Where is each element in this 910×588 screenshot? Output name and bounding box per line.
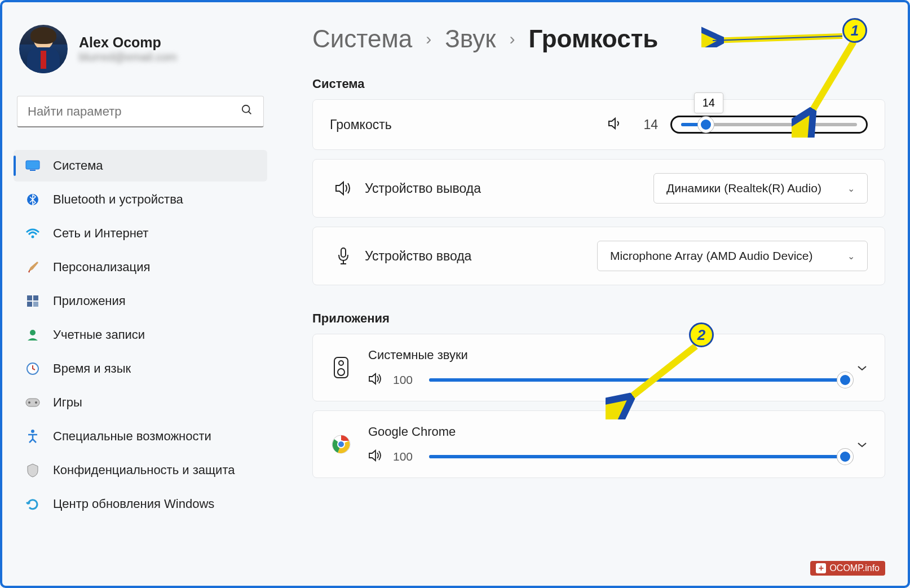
nav-item-accounts[interactable]: Учетные записи <box>14 319 267 351</box>
volume-value: 14 <box>635 117 658 132</box>
nav-item-network[interactable]: Сеть и Интернет <box>14 218 267 249</box>
annotation-badge-1: 1 <box>842 18 867 43</box>
svg-point-24 <box>338 441 344 447</box>
nav-item-games[interactable]: Игры <box>14 387 267 418</box>
app-card-system-sounds: Системные звуки 100 <box>312 334 885 401</box>
watermark: + OCOMP.info <box>810 561 885 576</box>
output-device-value: Динамики (Realtek(R) Audio) <box>666 182 821 195</box>
chevron-right-icon: › <box>509 29 515 48</box>
chevron-right-icon: › <box>426 29 431 48</box>
svg-point-21 <box>338 369 344 375</box>
app-volume-value: 100 <box>393 373 419 387</box>
svg-rect-8 <box>27 302 32 307</box>
nav-label: Приложения <box>53 294 126 308</box>
profile-email: blurred@email.com <box>79 51 177 64</box>
nav-label: Система <box>53 158 103 173</box>
section-title-apps: Приложения <box>312 311 885 326</box>
nav-item-update[interactable]: Центр обновления Windows <box>14 488 267 520</box>
brush-icon <box>25 259 41 275</box>
svg-rect-7 <box>33 295 38 300</box>
section-title-system: Система <box>312 77 885 91</box>
svg-point-15 <box>31 430 34 433</box>
bluetooth-icon <box>25 192 41 207</box>
nav-label: Специальные возможности <box>53 429 211 444</box>
account-icon <box>25 327 41 343</box>
main-content: Система › Звук › Громкость Система Громк… <box>279 2 908 586</box>
app-volume-slider[interactable] <box>429 378 845 382</box>
system-sounds-icon <box>330 356 352 379</box>
sidebar: Alex Ocomp blurred@email.com Система B <box>2 2 279 586</box>
nav-item-bluetooth[interactable]: Bluetooth и устройства <box>14 184 267 215</box>
chevron-down-icon: ⌄ <box>847 183 855 194</box>
annotation-badge-2: 2 <box>689 322 714 347</box>
nav-label: Bluetooth и устройства <box>53 192 183 207</box>
volume-label: Громкость <box>330 117 392 132</box>
svg-rect-9 <box>33 302 38 307</box>
speaker-icon[interactable] <box>368 373 383 387</box>
volume-slider[interactable]: 14 <box>681 123 857 126</box>
nav-item-time-language[interactable]: Время и язык <box>14 353 267 384</box>
shield-icon <box>25 462 41 478</box>
avatar <box>19 25 68 73</box>
speaker-icon[interactable] <box>368 449 383 464</box>
update-icon <box>25 496 41 512</box>
speaker-low-icon[interactable] <box>607 117 623 132</box>
search-box[interactable] <box>17 96 264 127</box>
svg-rect-2 <box>26 161 39 169</box>
nav-label: Учетные записи <box>53 328 145 342</box>
nav-label: Персонализация <box>53 260 150 275</box>
volume-card: Громкость 14 14 <box>312 99 885 150</box>
chrome-icon <box>330 435 352 454</box>
input-label: Устройство ввода <box>365 249 471 264</box>
microphone-icon <box>330 247 357 265</box>
output-label: Устройство вывода <box>365 181 481 196</box>
input-device-value: Microphone Array (AMD Audio Device) <box>610 249 812 263</box>
app-volume-value: 100 <box>393 450 419 463</box>
expand-button[interactable] <box>856 438 868 451</box>
output-device-dropdown[interactable]: Динамики (Realtek(R) Audio) ⌄ <box>653 173 868 204</box>
app-volume-slider[interactable] <box>429 455 845 458</box>
nav-label: Конфиденциальность и защита <box>53 463 235 478</box>
svg-point-10 <box>30 330 36 335</box>
output-device-card: Устройство вывода Динамики (Realtek(R) A… <box>312 159 885 218</box>
profile-name: Alex Ocomp <box>79 34 177 51</box>
svg-point-20 <box>339 361 343 365</box>
nav-list: Система Bluetooth и устройства Сеть и Ин… <box>14 150 267 520</box>
wifi-icon <box>25 226 41 241</box>
breadcrumb: Система › Звук › Громкость <box>312 25 885 53</box>
input-device-dropdown[interactable]: Microphone Array (AMD Audio Device) ⌄ <box>597 241 868 271</box>
app-name: Google Chrome <box>368 425 845 439</box>
profile-block[interactable]: Alex Ocomp blurred@email.com <box>14 25 267 73</box>
nav-item-accessibility[interactable]: Специальные возможности <box>14 421 267 452</box>
search-input[interactable] <box>28 104 241 119</box>
breadcrumb-root[interactable]: Система <box>312 25 412 53</box>
speaker-icon <box>330 180 357 196</box>
app-name: Системные звуки <box>368 348 845 362</box>
breadcrumb-current: Громкость <box>528 25 658 53</box>
svg-point-0 <box>242 105 250 113</box>
svg-point-13 <box>28 401 30 404</box>
nav-item-system[interactable]: Система <box>14 150 267 182</box>
app-card-chrome: Google Chrome 100 <box>312 410 885 478</box>
input-device-card: Устройство ввода Microphone Array (AMD A… <box>312 227 885 285</box>
svg-point-14 <box>35 401 37 404</box>
nav-label: Время и язык <box>53 361 131 376</box>
expand-button[interactable] <box>856 361 868 374</box>
search-icon <box>241 104 253 119</box>
volume-tooltip: 14 <box>694 92 723 113</box>
svg-rect-16 <box>341 248 346 257</box>
volume-slider-highlight: 14 <box>670 116 868 134</box>
apps-icon <box>25 293 41 309</box>
nav-item-apps[interactable]: Приложения <box>14 285 267 317</box>
gamepad-icon <box>25 395 41 410</box>
accessibility-icon <box>25 428 41 444</box>
breadcrumb-mid[interactable]: Звук <box>445 25 496 53</box>
clock-icon <box>25 361 41 377</box>
nav-label: Центр обновления Windows <box>53 497 214 511</box>
svg-line-1 <box>249 112 251 114</box>
monitor-icon <box>25 158 41 174</box>
nav-item-privacy[interactable]: Конфиденциальность и защита <box>14 454 267 486</box>
nav-item-personalization[interactable]: Персонализация <box>14 251 267 283</box>
nav-label: Сеть и Интернет <box>53 226 148 241</box>
svg-rect-6 <box>27 295 32 300</box>
